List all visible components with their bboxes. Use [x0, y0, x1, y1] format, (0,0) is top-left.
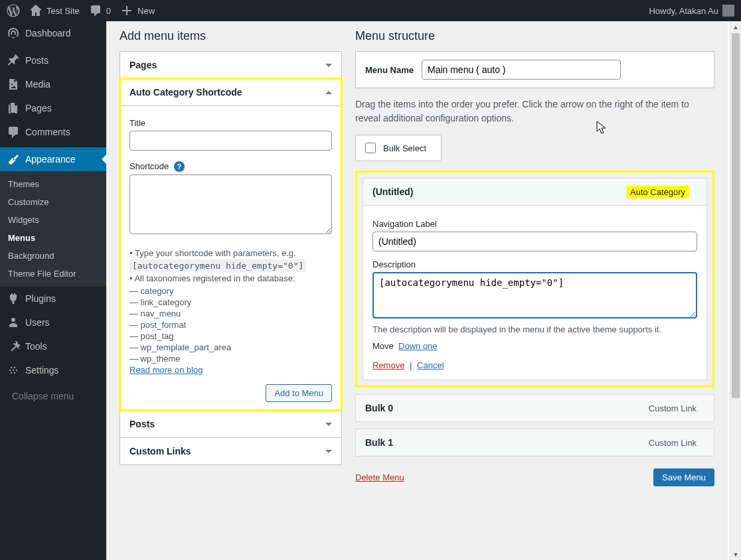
- sidebar-item-comments[interactable]: Comments: [0, 120, 106, 144]
- new-link[interactable]: New: [120, 4, 155, 17]
- add-to-menu-button[interactable]: Add to Menu: [266, 384, 332, 402]
- sidebar-item-label: Dashboard: [25, 28, 71, 38]
- move-label: Move: [372, 341, 394, 351]
- metabox-custom-links-toggle[interactable]: Custom Links: [120, 438, 341, 464]
- sidebar-item-media[interactable]: Media: [0, 72, 106, 96]
- taxonomy-item: — post_format: [129, 320, 332, 330]
- scrollbar-thumb[interactable]: [732, 33, 740, 398]
- comment-icon: [7, 125, 20, 139]
- wp-logo[interactable]: [7, 4, 20, 17]
- bulk-select-checkbox[interactable]: [365, 143, 376, 153]
- menu-item-bulk-1[interactable]: Bulk 1 Custom Link: [355, 429, 714, 456]
- title-input[interactable]: [129, 131, 332, 151]
- chevron-down-icon: [325, 450, 332, 453]
- menu-footer: Delete Menu Save Menu: [355, 468, 714, 486]
- sidebar-item-tools[interactable]: Tools: [0, 334, 106, 358]
- sidebar-item-posts[interactable]: Posts: [0, 48, 106, 72]
- submenu-background[interactable]: Background: [0, 247, 106, 265]
- avatar: [722, 5, 734, 17]
- menu-item-type: Custom Link: [649, 403, 697, 413]
- add-menu-items-heading: Add menu items: [120, 29, 342, 43]
- metabox-posts: Posts: [120, 410, 342, 438]
- submenu-theme-file-editor[interactable]: Theme File Editor: [0, 265, 106, 283]
- metabox-pages-title: Pages: [129, 60, 157, 70]
- howdy-link[interactable]: Howdy, Atakan Au: [649, 5, 734, 17]
- navigation-label-label: Navigation Label: [372, 219, 697, 229]
- menu-structure-heading: Menu structure: [355, 29, 714, 43]
- appearance-icon: [7, 153, 20, 166]
- menu-item-settings: Navigation Label Description [autocatego…: [363, 206, 707, 380]
- submenu-menus[interactable]: Menus: [0, 229, 106, 247]
- howdy-text: Howdy, Atakan Au: [649, 6, 718, 16]
- taxonomy-item: — nav_menu: [129, 309, 332, 318]
- sidebar-item-plugins[interactable]: Plugins: [0, 287, 106, 311]
- metabox-posts-title: Posts: [129, 419, 155, 429]
- taxonomy-item: — wp_template_part_area: [129, 342, 332, 352]
- menu-item-title: (Untitled): [372, 186, 413, 197]
- new-label: New: [137, 6, 155, 16]
- menu-name-input[interactable]: [422, 60, 621, 80]
- sidebar-item-label: Pages: [25, 103, 52, 113]
- metabox-posts-toggle[interactable]: Posts: [120, 411, 341, 437]
- title-label: Title: [129, 118, 332, 128]
- scrollbar-down-icon[interactable]: ▼: [730, 549, 741, 560]
- site-name: Test Site: [46, 6, 80, 16]
- media-icon: [7, 78, 20, 91]
- description-label: Description: [372, 259, 697, 269]
- dashboard-icon: [7, 27, 20, 40]
- menu-item-handle-untitled[interactable]: (Untitled) Auto Category: [363, 178, 707, 206]
- sidebar-item-label: Comments: [25, 127, 70, 137]
- submenu-themes[interactable]: Themes: [0, 175, 106, 193]
- wordpress-icon: [7, 4, 20, 17]
- remove-link[interactable]: Remove: [372, 360, 404, 370]
- help-icon[interactable]: ?: [174, 161, 185, 172]
- metabox-acs-title: Auto Category Shortcode: [129, 87, 242, 98]
- scrollbar-up-icon[interactable]: ▲: [730, 21, 741, 33]
- menu-item-title: Bulk 0: [365, 403, 393, 413]
- sidebar-item-users[interactable]: Users: [0, 311, 106, 334]
- menu-item-type: Custom Link: [649, 438, 697, 448]
- metabox-pages-toggle[interactable]: Pages: [120, 52, 341, 78]
- collapse-menu-button[interactable]: Collapse menu: [0, 385, 106, 407]
- sidebar-item-appearance[interactable]: Appearance: [0, 147, 106, 171]
- taxonomy-item: — post_tag: [129, 331, 332, 341]
- move-down-one-link[interactable]: Down one: [398, 341, 438, 351]
- move-row: Move Down one: [372, 341, 697, 351]
- sidebar-item-label: Media: [25, 79, 50, 90]
- delete-menu-link[interactable]: Delete Menu: [355, 472, 404, 482]
- remove-row: Remove | Cancel: [372, 360, 697, 370]
- chevron-down-icon: [325, 64, 332, 67]
- browser-scrollbar[interactable]: ▲ ▼: [730, 21, 741, 560]
- sidebar-item-dashboard[interactable]: Dashboard: [0, 21, 106, 45]
- sidebar-item-settings[interactable]: Settings: [0, 358, 106, 382]
- cancel-link[interactable]: Cancel: [417, 360, 444, 370]
- plus-icon: [120, 4, 133, 17]
- shortcode-label: Shortcode ?: [129, 161, 332, 172]
- sidebar-item-label: Plugins: [25, 293, 56, 304]
- metabox-custom-links: Custom Links: [120, 437, 342, 465]
- site-link[interactable]: Test Site: [29, 4, 80, 17]
- read-more-link[interactable]: Read more on blog: [129, 365, 203, 375]
- hint-code: [autocategorymenu hide_empty="0"]: [129, 259, 306, 272]
- comments-link[interactable]: 0: [89, 4, 111, 17]
- shortcode-textarea[interactable]: [129, 175, 332, 234]
- chevron-up-icon: [325, 91, 332, 94]
- sidebar-item-label: Users: [25, 317, 50, 328]
- users-icon: [7, 316, 20, 329]
- menu-item-bulk-0[interactable]: Bulk 0 Custom Link: [355, 394, 714, 422]
- sidebar-item-label: Posts: [25, 55, 48, 66]
- bulk-select-toggle[interactable]: Bulk Select: [355, 135, 442, 161]
- description-textarea[interactable]: [autocategorymenu hide_empty="0"]: [372, 272, 697, 318]
- sidebar-item-pages[interactable]: Pages: [0, 96, 106, 120]
- admin-sidebar: Dashboard Posts Media Pages Comments App…: [0, 21, 106, 560]
- pin-icon: [7, 54, 20, 67]
- collapse-label: Collapse menu: [12, 391, 74, 401]
- main-content: Add menu items Pages Auto Category Short…: [106, 21, 728, 560]
- submenu-customize[interactable]: Customize: [0, 193, 106, 211]
- taxonomy-item: — wp_theme: [129, 354, 332, 364]
- save-menu-button[interactable]: Save Menu: [653, 468, 714, 486]
- metabox-acs-toggle[interactable]: Auto Category Shortcode: [120, 79, 341, 105]
- submenu-widgets[interactable]: Widgets: [0, 211, 106, 229]
- menu-items-container: (Untitled) Auto Category Navigation Labe…: [355, 171, 714, 387]
- navigation-label-input[interactable]: [372, 232, 697, 251]
